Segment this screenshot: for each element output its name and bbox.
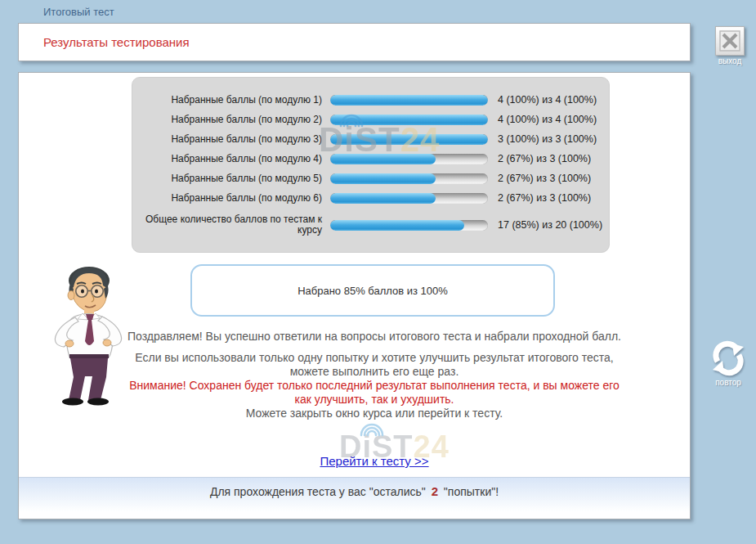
closing-message: Можете закрыть окно курса или перейти к … <box>123 407 625 420</box>
result-label: Набранные баллы (по модулю 1) <box>132 95 330 106</box>
progress-bar <box>330 115 488 125</box>
go-to-test-link[interactable]: Перейти к тесту >> <box>320 454 428 468</box>
retry-info-message: Если вы использовали только одну попытку… <box>123 351 625 379</box>
close-icon <box>719 30 740 52</box>
attempts-text-before: Для прохождения теста у вас "остались" <box>210 485 426 498</box>
result-value: 2 (67%) из 3 (100%) <box>488 192 591 204</box>
result-value: 2 (67%) из 3 (100%) <box>488 153 591 164</box>
result-value: 4 (100%) из 4 (100%) <box>488 114 597 125</box>
result-messages: Поздравляем! Вы успешно ответили на вопр… <box>123 330 625 420</box>
results-panel: Набранные баллы (по модулю 1) 4 (100%) и… <box>132 77 610 253</box>
score-summary-text: Набрано 85% баллов из 100% <box>297 285 448 297</box>
repeat-button[interactable] <box>708 339 749 378</box>
result-row-module-1: Набранные баллы (по модулю 1) 4 (100%) и… <box>132 90 609 110</box>
attempts-text-after: "попытки"! <box>444 485 499 498</box>
repeat-button-label: повтор <box>706 378 750 387</box>
app-window: Итоговый тест Результаты тестирования вы… <box>0 0 756 544</box>
result-row-module-5: Набранные баллы (по модулю 5) 2 (67%) из… <box>132 169 609 188</box>
exit-button[interactable] <box>715 26 745 56</box>
progress-bar <box>330 193 488 204</box>
main-panel: Набранные баллы (по модулю 1) 4 (100%) и… <box>18 72 691 519</box>
warning-message: Внимание! Сохранен будет только последни… <box>123 379 625 407</box>
progress-bar <box>330 134 488 145</box>
result-label: Набранные баллы (по модулю 5) <box>132 173 330 184</box>
result-row-module-2: Набранные баллы (по модулю 2) 4 (100%) и… <box>132 110 609 129</box>
repeat-icon <box>708 339 749 378</box>
result-row-module-4: Набранные баллы (по модулю 4) 2 (67%) из… <box>132 149 609 169</box>
header-card: Результаты тестирования <box>18 23 691 61</box>
progress-bar <box>330 220 488 231</box>
result-label: Набранные баллы (по модулю 6) <box>132 193 330 204</box>
result-label: Набранные баллы (по модулю 4) <box>132 154 330 164</box>
result-value: 17 (85%) из 20 (100%) <box>488 219 602 231</box>
result-row-module-6: Набранные баллы (по модулю 6) 2 (67%) из… <box>132 188 609 208</box>
score-summary-box: Набрано 85% баллов из 100% <box>190 264 555 317</box>
attempts-count: 2 <box>429 484 441 498</box>
result-value: 2 (67%) из 3 (100%) <box>488 173 591 184</box>
exit-button-label: выход <box>708 56 752 65</box>
result-value: 4 (100%) из 4 (100%) <box>488 94 597 106</box>
window-title: Итоговый тест <box>43 6 114 18</box>
result-row-total: Общее количество баллов по тестам к курс… <box>132 209 609 241</box>
result-row-module-3: Набранные баллы (по модулю 3) 3 (100%) и… <box>132 129 609 149</box>
congrats-message: Поздравляем! Вы успешно ответили на вопр… <box>123 330 625 344</box>
result-label: Набранные баллы (по модулю 3) <box>132 134 330 145</box>
result-label: Общее количество баллов по тестам к курс… <box>132 214 330 236</box>
link-row: Перейти к тесту >> <box>123 454 625 469</box>
result-label: Набранные баллы (по модулю 2) <box>132 115 330 125</box>
progress-bar <box>330 154 488 164</box>
page-title: Результаты тестирования <box>43 35 190 49</box>
result-value: 3 (100%) из 3 (100%) <box>488 133 597 145</box>
progress-bar <box>330 173 488 184</box>
attempts-footer: Для прохождения теста у вас "остались" 2… <box>19 477 690 511</box>
progress-bar <box>330 95 488 106</box>
